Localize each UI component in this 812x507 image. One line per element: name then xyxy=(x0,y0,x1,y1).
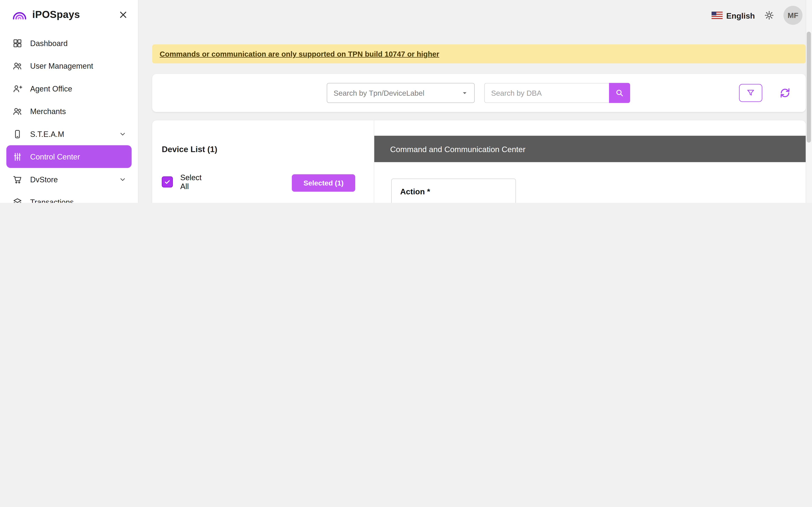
select-all-checkbox[interactable] xyxy=(162,176,173,187)
settings-gear-button[interactable] xyxy=(763,9,775,21)
sidebar-item-label: Transactions xyxy=(30,198,74,203)
action-box: Action * Command Communication xyxy=(391,178,516,203)
brand-logo: iPOSpays xyxy=(11,8,80,21)
search-button[interactable] xyxy=(609,83,630,103)
brand-name: iPOSpays xyxy=(32,9,80,21)
sidebar-item-dvstore[interactable]: DvStore xyxy=(6,168,132,191)
dba-search-input[interactable] xyxy=(484,83,609,103)
close-sidebar-button[interactable] xyxy=(117,8,130,21)
selected-count-button[interactable]: Selected (1) xyxy=(292,174,355,192)
user-plus-icon xyxy=(12,82,23,94)
dashboard-icon xyxy=(12,37,23,49)
close-icon xyxy=(118,9,129,20)
vertical-scrollbar-thumb[interactable] xyxy=(807,32,811,143)
vertical-scrollbar[interactable] xyxy=(806,0,812,203)
avatar[interactable]: MF xyxy=(783,6,803,25)
sidebar-item-steam[interactable]: S.T.E.A.M xyxy=(6,122,132,145)
cart-icon xyxy=(12,173,23,185)
tpn-search-dropdown[interactable]: Search by Tpn/DeviceLabel xyxy=(327,83,475,103)
language-selector[interactable]: English xyxy=(712,11,755,20)
sidebar-item-label: S.T.E.A.M xyxy=(30,130,64,138)
us-flag-icon xyxy=(712,12,723,19)
sidebar-item-control-center[interactable]: Control Center xyxy=(6,145,132,168)
command-center-header: Command and Communication Center xyxy=(374,136,806,162)
sidebar-item-label: Dashboard xyxy=(30,39,68,47)
gear-icon xyxy=(763,9,775,21)
tpn-build-banner: Commands or communication are only suppo… xyxy=(152,44,806,63)
logo-arcs-icon xyxy=(11,8,29,21)
refresh-button[interactable] xyxy=(775,83,795,103)
check-icon xyxy=(164,178,171,185)
device-list-panel: Device List (1) Select All Selected (1) … xyxy=(152,120,374,203)
topbar: English MF xyxy=(139,0,812,31)
merchants-icon xyxy=(12,105,23,117)
sidebar-item-label: Agent Office xyxy=(30,84,72,93)
filter-button[interactable] xyxy=(739,84,762,102)
command-center-title: Command and Communication Center xyxy=(390,145,525,154)
sidebar-item-label: Merchants xyxy=(30,107,66,115)
sidebar-item-label: User Management xyxy=(30,61,93,70)
sidebar-item-user-management[interactable]: User Management xyxy=(6,55,132,77)
sidebar-item-dashboard[interactable]: Dashboard xyxy=(6,32,132,55)
users-icon xyxy=(12,60,23,72)
sidebar-item-transactions[interactable]: Transactions xyxy=(6,191,132,203)
filter-funnel-icon xyxy=(746,88,756,98)
chevron-down-icon xyxy=(461,89,469,97)
app-window: iPOSpays Dashboard User Management Agent… xyxy=(0,0,812,203)
content-card: Device List (1) Select All Selected (1) … xyxy=(152,120,806,203)
layers-icon xyxy=(12,196,23,203)
sliders-icon xyxy=(12,151,23,162)
dba-search-group xyxy=(484,83,630,103)
chevron-down-icon xyxy=(119,130,126,137)
search-toolbar: Search by Tpn/DeviceLabel xyxy=(152,74,806,112)
action-label: Action * xyxy=(400,187,507,196)
mobile-icon xyxy=(12,128,23,139)
tpn-search-placeholder: Search by Tpn/DeviceLabel xyxy=(334,89,424,97)
language-label: English xyxy=(726,11,755,20)
search-icon xyxy=(615,88,624,98)
sidebar-item-label: DvStore xyxy=(30,175,58,183)
device-list-title: Device List (1) xyxy=(162,145,217,154)
sidebar-item-label: Control Center xyxy=(30,152,80,161)
select-all-row: Select All xyxy=(162,173,208,191)
sidebar-item-agent-office[interactable]: Agent Office xyxy=(6,77,132,100)
sidebar-nav: Dashboard User Management Agent Office M… xyxy=(0,25,138,203)
chevron-down-icon xyxy=(119,176,126,183)
banner-link[interactable]: Commands or communication are only suppo… xyxy=(160,50,439,58)
sidebar-item-merchants[interactable]: Merchants xyxy=(6,100,132,123)
avatar-initials: MF xyxy=(788,11,799,20)
refresh-icon xyxy=(778,86,792,100)
sidebar: iPOSpays Dashboard User Management Agent… xyxy=(0,0,139,203)
select-all-label: Select All xyxy=(181,173,208,191)
